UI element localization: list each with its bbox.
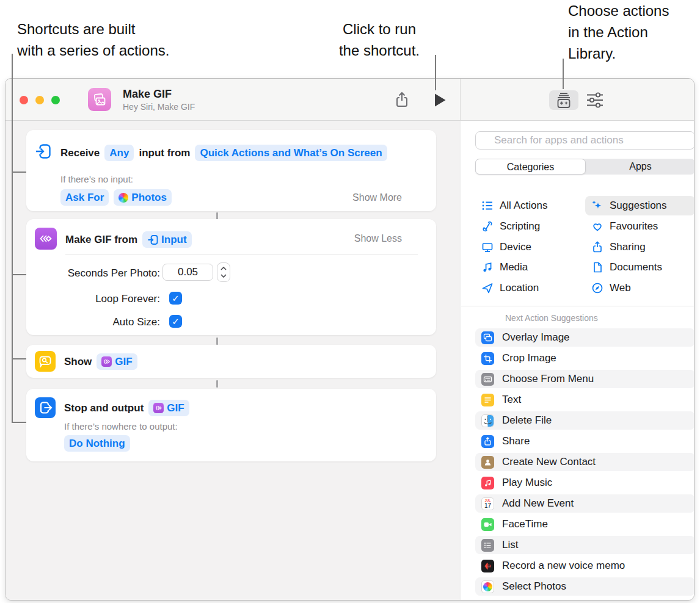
stepper-up-icon xyxy=(221,267,227,270)
tab-categories[interactable]: Categories xyxy=(475,159,586,175)
run-shortcut-button[interactable] xyxy=(432,92,448,108)
action-card-stop-output[interactable]: Stop and output GIF If there’s nowhere t… xyxy=(26,389,436,461)
make-gif-icon xyxy=(35,228,57,250)
seconds-per-photo-input[interactable] xyxy=(162,264,213,281)
callout-run: Click to run the shortcut. xyxy=(324,18,435,61)
finder-icon xyxy=(481,414,494,427)
suggestion-text[interactable]: Text xyxy=(475,391,695,409)
documents-icon xyxy=(591,261,603,273)
action-card-make-gif[interactable]: Make GIF from Input Show Less Seconds Pe… xyxy=(26,219,436,335)
suggestions-icon xyxy=(591,200,603,212)
voice-memo-icon xyxy=(481,560,494,572)
stop-output-title: Stop and output xyxy=(64,402,144,414)
auto-size-checkbox[interactable] xyxy=(169,315,182,328)
web-compass-icon xyxy=(591,282,603,294)
text-icon xyxy=(481,394,494,406)
category-location[interactable]: Location xyxy=(481,278,539,298)
photos-app-icon xyxy=(118,193,128,203)
show-less-button[interactable]: Show Less xyxy=(354,233,402,244)
category-web[interactable]: Web xyxy=(591,278,631,298)
receive-word: Receive xyxy=(60,147,100,159)
suggestion-crop-image[interactable]: Crop Image xyxy=(475,349,695,367)
category-device[interactable]: Device xyxy=(481,237,531,257)
category-all-actions[interactable]: All Actions xyxy=(481,196,547,215)
card-connector xyxy=(216,338,218,345)
seconds-stepper[interactable] xyxy=(217,262,230,282)
photos-stack-icon xyxy=(92,92,107,107)
nowhere-to-output-label: If there’s nowhere to output: xyxy=(64,421,178,431)
category-sharing[interactable]: Sharing xyxy=(591,237,646,257)
overlay-image-icon xyxy=(481,331,494,344)
window-title: Make GIF xyxy=(123,88,172,101)
gif-variable-pill[interactable]: GIF xyxy=(97,353,137,370)
show-more-button[interactable]: Show More xyxy=(352,192,402,203)
device-icon xyxy=(481,241,494,253)
suggestion-play-music[interactable]: Play Music xyxy=(475,474,695,492)
input-type-pill[interactable]: Any xyxy=(104,145,134,161)
library-tabs: Categories Apps xyxy=(475,159,695,175)
suggestion-add-new-event[interactable]: JUL 17 Add New Event xyxy=(475,494,695,513)
search-input[interactable] xyxy=(475,131,695,150)
callout-bracket-tick-receive xyxy=(12,172,26,173)
shortcut-details-button[interactable] xyxy=(585,91,605,109)
suggestion-facetime[interactable]: FaceTime xyxy=(475,515,695,533)
category-media[interactable]: Media xyxy=(481,258,528,277)
category-documents[interactable]: Documents xyxy=(591,258,662,277)
suggestion-create-new-contact[interactable]: Create New Contact xyxy=(475,453,695,471)
suggestion-choose-from-menu[interactable]: Choose From Menu xyxy=(475,370,695,388)
input-variable-icon xyxy=(147,234,158,245)
action-library-toggle-button[interactable] xyxy=(549,90,578,110)
facetime-icon xyxy=(481,518,494,531)
callout-bracket-tick-show xyxy=(12,358,26,359)
zoom-window-button[interactable] xyxy=(51,96,60,104)
suggestion-record-voice-memo[interactable]: Record a new voice memo xyxy=(475,557,695,575)
gif-variable-pill[interactable]: GIF xyxy=(148,400,189,416)
category-scripting[interactable]: Scripting xyxy=(481,217,540,236)
action-card-receive[interactable]: Receive Any input from Quick Actions and… xyxy=(26,130,436,211)
media-icon xyxy=(481,261,494,273)
do-nothing-pill[interactable]: Do Nothing xyxy=(64,435,130,452)
callout-run-line1: Click to run xyxy=(324,18,435,40)
contact-icon xyxy=(481,456,494,469)
ask-for-type-pill[interactable]: Photos xyxy=(114,189,172,206)
suggestion-share[interactable]: Share xyxy=(475,432,695,450)
window-subtitle: Hey Siri, Make GIF xyxy=(123,102,195,112)
action-library-panel: Categories Apps All Actions Scripting De… xyxy=(461,121,695,601)
card-connector xyxy=(216,380,218,388)
loop-forever-checkbox[interactable] xyxy=(169,292,182,305)
shortcuts-window: Make GIF Hey Siri, Make GIF xyxy=(5,78,695,601)
heart-icon xyxy=(591,220,603,233)
tab-apps[interactable]: Apps xyxy=(586,159,695,175)
suggestion-delete-file[interactable]: Delete File xyxy=(475,411,695,430)
action-library-icon xyxy=(555,92,573,109)
show-result-icon xyxy=(35,351,56,372)
minimize-window-button[interactable] xyxy=(35,96,44,104)
titlebar-divider xyxy=(460,79,461,120)
list-icon xyxy=(481,539,494,552)
no-input-condition-label: If there’s no input: xyxy=(60,174,133,184)
share-tile-icon xyxy=(481,435,494,448)
input-variable-pill[interactable]: Input xyxy=(142,231,192,248)
editor-canvas: Receive Any input from Quick Actions and… xyxy=(5,121,460,601)
auto-size-label: Auto Size: xyxy=(26,316,160,328)
suggestion-select-photos[interactable]: Select Photos xyxy=(475,577,695,596)
suggestion-overlay-image[interactable]: Overlay Image xyxy=(475,328,695,347)
seconds-per-photo-label: Seconds Per Photo: xyxy=(26,267,160,280)
card-divider xyxy=(65,254,418,255)
input-source-pill[interactable]: Quick Actions and What’s On Screen xyxy=(195,145,387,161)
close-window-button[interactable] xyxy=(20,96,28,104)
gif-variable-icon xyxy=(153,403,164,413)
show-title: Show xyxy=(64,356,92,368)
stop-output-icon xyxy=(35,397,56,418)
shortcut-icon xyxy=(88,88,111,111)
callout-actions-line1: Shortcuts are built xyxy=(17,18,169,40)
callout-bracket-tick-makegif xyxy=(12,274,26,275)
suggestion-list[interactable]: List xyxy=(475,536,695,554)
share-button[interactable] xyxy=(393,90,411,110)
ask-for-pill[interactable]: Ask For xyxy=(60,189,109,206)
loop-forever-label: Loop Forever: xyxy=(26,293,160,305)
category-suggestions[interactable]: Suggestions xyxy=(591,196,667,215)
category-favourites[interactable]: Favourites xyxy=(591,217,658,236)
action-card-show[interactable]: Show GIF xyxy=(26,345,436,378)
callout-library-line1: Choose actions xyxy=(568,0,669,21)
